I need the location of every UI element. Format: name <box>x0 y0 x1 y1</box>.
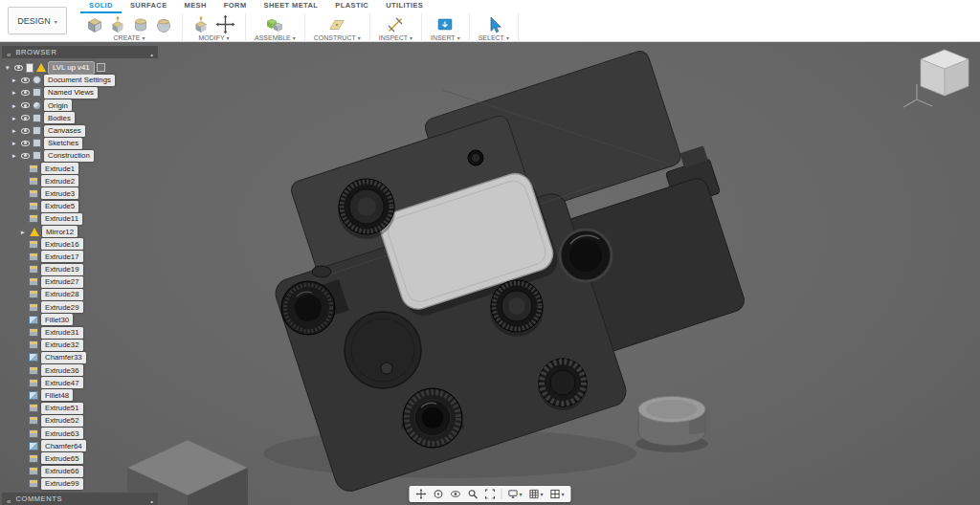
expand-caret-icon[interactable] <box>12 77 18 83</box>
browser-feature-row[interactable]: Extrude19 <box>2 263 158 275</box>
browser-feature-row[interactable]: Fillet48 <box>2 389 158 402</box>
knob-middle[interactable] <box>490 280 544 337</box>
visibility-eye-icon[interactable] <box>21 153 30 159</box>
expand-caret-icon[interactable] <box>6 64 11 71</box>
browser-feature-row[interactable]: Extrude27 <box>2 275 158 288</box>
sphere-tool-icon[interactable] <box>154 15 173 34</box>
visibility-eye-icon[interactable] <box>21 102 30 108</box>
browser-folder-row[interactable]: Bodies <box>2 112 158 124</box>
feature-label[interactable]: Extrude19 <box>41 264 83 275</box>
browser-root-row[interactable]: LVL up v41 <box>2 61 158 74</box>
browser-feature-row[interactable]: Extrude51 <box>2 402 158 414</box>
feature-label[interactable]: Extrude65 <box>41 452 83 464</box>
feature-label[interactable]: Extrude36 <box>41 364 83 376</box>
expand-caret-icon[interactable] <box>12 102 18 109</box>
viewport-canvas[interactable]: BROWSER LVL up v41 Document Settings <box>0 42 980 505</box>
feature-label[interactable]: Extrude99 <box>41 478 83 490</box>
nav-grid-and-snaps-button[interactable]: ▾ <box>525 488 546 500</box>
browser-feature-row[interactable]: Chamfer33 <box>2 351 158 363</box>
expand-caret-icon[interactable] <box>12 89 18 96</box>
feature-label[interactable]: Extrude47 <box>41 377 83 388</box>
root-component-label[interactable]: LVL up v41 <box>49 62 94 74</box>
nav-look-at-button[interactable] <box>447 488 463 500</box>
browser-folder-row[interactable]: Origin <box>2 99 158 112</box>
tab-sheet-metal[interactable]: SHEET METAL <box>256 0 327 13</box>
feature-label[interactable]: Extrude5 <box>41 201 78 212</box>
browser-feature-row[interactable]: Extrude29 <box>2 301 158 314</box>
browser-feature-row[interactable]: Extrude3 <box>2 187 158 200</box>
panel-options-icon[interactable] <box>150 491 153 505</box>
folder-label[interactable]: Construction <box>44 150 94 162</box>
move-copy-icon[interactable] <box>214 13 236 35</box>
tab-form[interactable]: FORM <box>215 0 256 13</box>
browser-feature-row[interactable]: Extrude2 <box>2 175 158 187</box>
collapse-panel-icon[interactable] <box>7 44 11 61</box>
browser-feature-row[interactable]: Extrude52 <box>2 414 158 427</box>
knob-lower-right[interactable] <box>538 359 588 410</box>
browser-feature-row[interactable]: Extrude65 <box>2 452 158 465</box>
visibility-eye-icon[interactable] <box>21 141 30 146</box>
feature-label[interactable]: Chamfer64 <box>41 440 86 451</box>
nav-fit-button[interactable] <box>481 488 498 500</box>
feature-label[interactable]: Extrude29 <box>41 301 83 313</box>
folder-label[interactable]: Origin <box>44 99 72 111</box>
spare-cap[interactable] <box>635 397 708 453</box>
collapse-panel-icon[interactable] <box>7 491 11 505</box>
feature-label[interactable]: Extrude51 <box>41 403 83 414</box>
expand-caret-icon[interactable] <box>12 140 18 146</box>
visibility-eye-icon[interactable] <box>21 77 30 83</box>
folder-label[interactable]: Document Settings <box>44 75 115 86</box>
browser-feature-row[interactable]: Chamfer64 <box>2 440 158 452</box>
browser-feature-row[interactable]: Extrude5 <box>2 200 158 212</box>
feature-label[interactable]: Extrude66 <box>41 466 83 477</box>
nav-zoom-button[interactable] <box>464 488 480 500</box>
top-screw[interactable] <box>468 150 483 165</box>
feature-label[interactable]: Extrude17 <box>41 251 83 262</box>
browser-header[interactable]: BROWSER <box>2 46 158 58</box>
feature-label[interactable]: Extrude11 <box>41 213 82 225</box>
expand-caret-icon[interactable] <box>21 229 27 235</box>
create-menu-button[interactable]: CREATE <box>114 34 145 42</box>
feature-label[interactable]: Extrude63 <box>41 428 83 439</box>
visibility-eye-icon[interactable] <box>14 65 23 71</box>
select-cursor-icon[interactable] <box>484 15 503 34</box>
browser-feature-row[interactable]: Mirror12 <box>2 225 158 237</box>
cylinder-tool-icon[interactable] <box>131 15 150 34</box>
feature-label[interactable]: Extrude32 <box>41 340 83 351</box>
folder-label[interactable]: Bodies <box>44 112 75 123</box>
lens-bezel[interactable] <box>560 230 612 281</box>
expand-caret-icon[interactable] <box>12 127 18 134</box>
feature-label[interactable]: Fillet48 <box>41 389 73 401</box>
browser-feature-row[interactable]: Extrude17 <box>2 251 158 263</box>
browser-feature-row[interactable]: Extrude31 <box>2 326 158 339</box>
tab-plastic[interactable]: PLASTIC <box>326 0 377 13</box>
browser-feature-row[interactable]: Extrude32 <box>2 339 158 351</box>
browser-folder-row[interactable]: Construction <box>2 149 158 162</box>
select-menu-button[interactable]: SELECT <box>479 34 509 42</box>
folder-label[interactable]: Canvases <box>44 125 85 137</box>
visibility-eye-icon[interactable] <box>21 128 30 134</box>
tab-surface[interactable]: SURFACE <box>122 0 176 13</box>
assemble-menu-button[interactable]: ASSEMBLE <box>255 34 296 42</box>
feature-label[interactable]: Extrude3 <box>41 187 78 199</box>
measure-icon[interactable] <box>386 15 405 34</box>
inspect-menu-button[interactable]: INSPECT <box>379 34 412 42</box>
press-pull-icon[interactable] <box>191 15 211 34</box>
visibility-eye-icon[interactable] <box>21 90 30 96</box>
folder-label[interactable]: Sketches <box>44 138 82 149</box>
tab-utilities[interactable]: UTILITIES <box>377 0 432 13</box>
component-color-swatch[interactable] <box>97 63 105 72</box>
feature-label[interactable]: Extrude27 <box>41 276 83 288</box>
browser-feature-row[interactable]: Extrude16 <box>2 238 158 251</box>
viewcube[interactable] <box>921 50 969 96</box>
browser-feature-row[interactable]: Extrude28 <box>2 288 158 300</box>
browser-feature-row[interactable]: Extrude11 <box>2 212 158 225</box>
knob-upper-left[interactable] <box>338 179 395 239</box>
visibility-eye-icon[interactable] <box>21 115 30 121</box>
expand-caret-icon[interactable] <box>12 115 18 121</box>
browser-folder-row[interactable]: Canvases <box>2 124 158 137</box>
browser-feature-row[interactable]: Extrude99 <box>2 477 158 490</box>
feature-label[interactable]: Extrude31 <box>41 327 83 339</box>
feature-label[interactable]: Extrude16 <box>41 238 83 250</box>
folder-label[interactable]: Named Views <box>44 87 98 99</box>
